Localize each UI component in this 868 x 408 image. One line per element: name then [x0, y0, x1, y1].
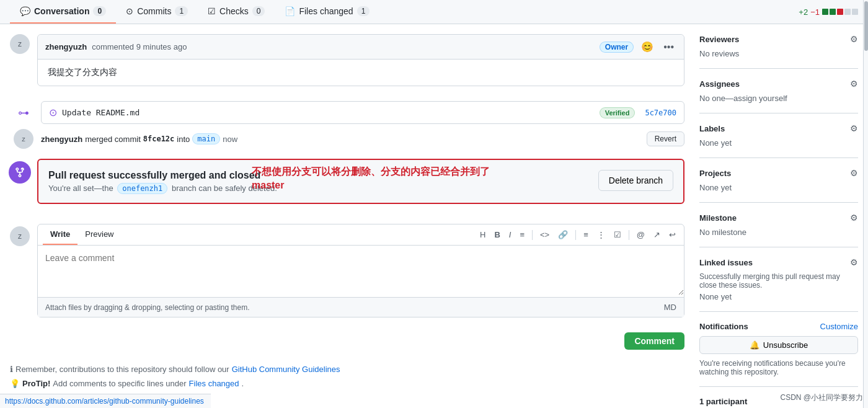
notifications-info: You're receiving notifications because y… [699, 359, 858, 376]
merge-action-text: merged commit [85, 135, 141, 144]
conversation-icon: 💬 [20, 6, 30, 16]
tab-files-changed[interactable]: 📄 Files changed 1 [275, 0, 379, 24]
sidebar-reviewers: Reviewers ⚙ No reviews [699, 34, 858, 69]
toolbar-quote[interactable]: ≡ [516, 228, 528, 241]
merge-success-title: Pull request successfully merged and clo… [48, 170, 588, 181]
toolbar-ref[interactable]: ↗ [650, 228, 663, 241]
merge-success-branch: onefenzh1 [117, 183, 167, 194]
commit-row: ⊶ ⊙ Update README.md Verified 5c7e700 [10, 101, 684, 124]
tab-commits[interactable]: ⊙ Commits 1 [116, 0, 198, 24]
toolbar-mention[interactable]: @ [634, 228, 648, 241]
tab-files-count: 1 [357, 6, 370, 16]
toolbar-list-unordered[interactable]: ≡ [580, 228, 591, 241]
right-scrollbar[interactable] [863, 0, 868, 408]
editor-toolbar: H B I ≡ <> 🔗 ≡ ⋮ ☑ @ [361, 224, 684, 245]
milestone-title: Milestone [699, 213, 737, 223]
tab-checks-label: Checks [219, 6, 249, 16]
merge-user-avatar: z [14, 129, 33, 149]
comment-card: zhengyuzh commented 9 minutes ago Owner … [37, 34, 684, 86]
comment-editor: Write Preview H B I ≡ <> 🔗 ≡ [37, 224, 684, 317]
linked-issues-description: Successfully merging this pull request m… [699, 272, 858, 290]
toolbar-sep-1 [532, 230, 533, 240]
milestone-header: Milestone ⚙ [699, 213, 858, 223]
tab-commits-label: Commits [137, 6, 171, 16]
comment-textarea[interactable] [38, 246, 684, 295]
main-layout: z zhengyuzh commented 9 minutes ago Owne… [0, 24, 868, 408]
scrollbar-thumb[interactable] [864, 1, 868, 51]
commits-icon: ⊙ [126, 6, 133, 16]
tab-write[interactable]: Write [43, 224, 78, 245]
sidebar-notifications: Notifications Customize 🔔 Unsubscribe Yo… [699, 322, 858, 387]
merge-success-row: Pull request successfully merged and clo… [10, 159, 684, 214]
delete-branch-button[interactable]: Delete branch [598, 170, 673, 191]
commit-icon-col: ⊶ [14, 106, 33, 120]
tab-conversation-count: 0 [93, 6, 106, 16]
editor-avatar-col: z [10, 224, 30, 246]
community-guidelines-link[interactable]: GitHub Community Guidelines [232, 365, 340, 374]
reviewers-gear[interactable]: ⚙ [850, 34, 858, 44]
bottom-note-remember: ℹ Remember, contributions to this reposi… [10, 365, 684, 374]
comment-text: 我提交了分支内容 [48, 67, 117, 77]
sidebar-assignees: Assignees ⚙ No one—assign yourself [699, 79, 858, 113]
tab-checks-count: 0 [252, 6, 265, 16]
toolbar-heading[interactable]: H [477, 228, 489, 241]
remember-text: Remember, contributions to this reposito… [16, 365, 229, 374]
customize-link[interactable]: Customize [820, 322, 858, 331]
commenter-avatar: z [10, 34, 30, 54]
labels-header: Labels ⚙ [699, 123, 858, 133]
milestone-value: No milestone [699, 228, 858, 237]
reviewers-title: Reviewers [699, 35, 739, 44]
unsubscribe-button[interactable]: 🔔 Unsubscribe [699, 336, 858, 354]
content-area: z zhengyuzh commented 9 minutes ago Owne… [10, 34, 684, 408]
verified-badge: Verified [600, 107, 636, 118]
comment-submit-button[interactable]: Comment [624, 332, 684, 350]
git-merge-svg [14, 167, 25, 178]
diff-bar-2 [830, 9, 836, 15]
toolbar-link[interactable]: 🔗 [555, 228, 571, 241]
comment-header: zhengyuzh commented 9 minutes ago Owner … [38, 35, 684, 60]
merge-avatar-col: z [14, 129, 33, 149]
editor-user-avatar: z [10, 226, 30, 246]
commenter-username: zhengyuzh [45, 42, 87, 51]
emoji-button[interactable]: 😊 [639, 40, 656, 54]
assignees-value: No one—assign yourself [699, 94, 858, 103]
assignees-gear[interactable]: ⚙ [850, 79, 858, 89]
lightbulb-icon: 💡 [10, 379, 20, 388]
comment-header-right: Owner 😊 ••• [600, 40, 676, 54]
toolbar-task-list[interactable]: ☑ [611, 228, 624, 241]
merge-success-icon [9, 161, 31, 184]
files-changed-link[interactable]: Files changed [189, 379, 239, 388]
comment-actions-row: Comment [37, 327, 684, 355]
sidebar: Reviewers ⚙ No reviews Assignees ⚙ No on… [699, 34, 858, 408]
toolbar-bold[interactable]: B [491, 228, 503, 241]
tab-conversation[interactable]: 💬 Conversation 0 [10, 0, 116, 24]
editor-row: z Write Preview H B I ≡ [10, 224, 684, 355]
milestone-gear[interactable]: ⚙ [850, 213, 858, 223]
merge-row: z zhengyuzh merged commit 8fce12c into m… [10, 129, 684, 149]
toolbar-list-ordered[interactable]: ⋮ [594, 228, 608, 241]
diff-bar-3 [837, 9, 843, 15]
labels-gear[interactable]: ⚙ [850, 123, 858, 133]
labels-title: Labels [699, 124, 725, 133]
tab-checks[interactable]: ☑ Checks 0 [198, 0, 275, 24]
timeline-avatar-col: z [10, 34, 30, 54]
tab-preview[interactable]: Preview [78, 224, 121, 245]
checks-icon: ☑ [208, 6, 216, 16]
toolbar-italic[interactable]: I [506, 228, 515, 241]
merge-success-wrapper: 不想使用分支可以将分删除、分支的内容已经合并到了 master Pull req… [10, 159, 684, 214]
git-commit-icon: ⊶ [18, 106, 29, 120]
merge-text-row: zhengyuzh merged commit 8fce12c into mai… [41, 131, 684, 146]
attach-text: Attach files by dragging & dropping, sel… [45, 303, 250, 312]
more-options-button[interactable]: ••• [661, 40, 676, 54]
reviewers-value: No reviews [699, 49, 858, 58]
merge-into-text: into [177, 135, 190, 144]
revert-button[interactable]: Revert [647, 131, 684, 146]
toolbar-code[interactable]: <> [537, 228, 552, 241]
diff-additions: +2 [799, 7, 808, 17]
notifications-title: Notifications [699, 322, 748, 331]
toolbar-reply[interactable]: ↩ [666, 228, 679, 241]
unsubscribe-label: Unsubscribe [763, 340, 808, 350]
linked-issues-gear[interactable]: ⚙ [850, 257, 858, 267]
projects-gear[interactable]: ⚙ [850, 168, 858, 178]
editor-header: Write Preview H B I ≡ <> 🔗 ≡ [38, 224, 684, 246]
